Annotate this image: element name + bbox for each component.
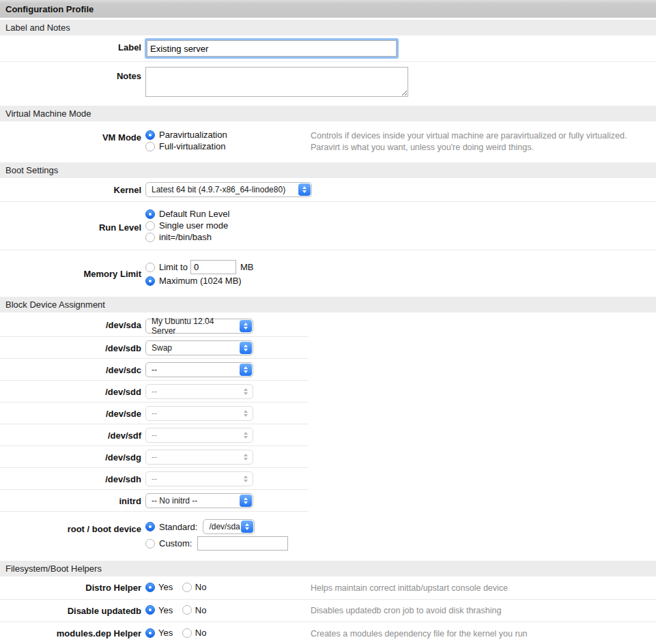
root-device-custom-input[interactable] <box>197 536 288 551</box>
select-stepper-icon <box>240 342 252 354</box>
device-row-sda: /dev/sda My Ubuntu 12.04 Server <box>0 312 309 337</box>
disable-updatedb-yes[interactable]: Yes <box>145 605 173 615</box>
select-stepper-icon <box>240 385 252 398</box>
memory-limit-input[interactable] <box>190 260 236 274</box>
memory-unit-label: MB <box>240 262 254 272</box>
memory-limit-option-limit[interactable]: Limit to MB <box>145 260 253 274</box>
initrd-label: initrd <box>0 496 141 506</box>
device-row-sde: /dev/sde -- <box>0 402 309 424</box>
select-stepper-icon <box>240 495 252 507</box>
device-label-sda: /dev/sda <box>0 320 141 330</box>
select-stepper-icon <box>240 429 252 441</box>
label-input[interactable] <box>147 40 397 57</box>
device-row-sdc: /dev/sdc -- <box>0 359 309 381</box>
radio-single-user-mode-icon[interactable] <box>145 221 155 231</box>
memory-limit-option-maximum[interactable]: Maximum (1024 MB) <box>145 276 253 286</box>
device-select-sdd: -- <box>145 384 253 399</box>
root-device-option-standard[interactable]: Standard: /dev/sda <box>145 519 288 534</box>
section-filesystem-boot-helpers: Filesystem/Boot Helpers <box>0 561 656 576</box>
device-select-sdf: -- <box>145 428 253 443</box>
form-row-label: Label <box>0 35 656 62</box>
device-select-sdh: -- <box>145 471 253 486</box>
device-label-sdg: /dev/sdg <box>0 452 141 463</box>
notes-textarea[interactable] <box>145 67 408 97</box>
radio-yes-icon[interactable] <box>145 628 155 638</box>
modules-dep-yes[interactable]: Yes <box>145 628 173 638</box>
modules-dep-description: Creates a modules dependency file for th… <box>311 629 528 639</box>
run-level-option-default[interactable]: Default Run Level <box>145 209 229 219</box>
distro-helper-no[interactable]: No <box>182 582 207 592</box>
form-row-root-device: root / boot device Standard: /dev/sda Cu… <box>0 512 656 561</box>
device-row-sdd: /dev/sdd -- <box>0 381 309 402</box>
radio-custom-icon[interactable] <box>145 539 155 548</box>
run-level-label: Run Level <box>0 207 141 233</box>
run-level-option-init-bin-bash[interactable]: init=/bin/bash <box>145 232 229 242</box>
select-stepper-icon <box>298 184 311 196</box>
form-row-kernel: Kernel Latest 64 bit (4.9.7-x86_64-linod… <box>0 178 656 202</box>
device-select-sdg: -- <box>145 450 253 465</box>
vm-mode-option-paravirtualization[interactable]: Paravirtualization <box>145 130 227 140</box>
device-row-sdb: /dev/sdb Swap <box>0 337 309 359</box>
helper-row-modules-dep: modules.dep Helper Yes No Creates a modu… <box>0 622 656 644</box>
kernel-select[interactable]: Latest 64 bit (4.9.7-x86_64-linode80) <box>145 182 312 197</box>
radio-yes-icon[interactable] <box>145 605 155 615</box>
radio-limit-to-icon[interactable] <box>145 263 155 272</box>
select-stepper-icon <box>241 521 253 533</box>
device-select-sdb[interactable]: Swap <box>145 340 253 355</box>
form-row-notes: Notes <box>0 62 656 106</box>
helper-row-distro-helper: Distro Helper Yes No Helps maintain corr… <box>0 576 656 600</box>
block-device-table: /dev/sda My Ubuntu 12.04 Server /dev/sdb… <box>0 312 309 512</box>
distro-helper-description: Helps maintain correct inittab/upstart c… <box>311 583 508 593</box>
device-label-sdc: /dev/sdc <box>0 365 141 375</box>
radio-no-icon[interactable] <box>182 628 192 638</box>
initrd-select[interactable]: -- No initrd -- <box>145 493 253 508</box>
radio-init-bin-bash-icon[interactable] <box>145 233 155 242</box>
device-label-sdd: /dev/sdd <box>0 387 141 397</box>
radio-paravirtualization-icon[interactable] <box>145 130 155 140</box>
root-device-select[interactable]: /dev/sda <box>203 519 255 534</box>
section-boot-settings: Boot Settings <box>0 162 656 178</box>
form-row-memory-limit: Memory Limit Limit to MB Maximum (1024 M… <box>0 250 656 297</box>
radio-no-icon[interactable] <box>182 583 192 592</box>
run-level-option-single-user[interactable]: Single user mode <box>145 220 229 231</box>
radio-default-run-level-icon[interactable] <box>145 209 155 219</box>
radio-full-virtualization-icon[interactable] <box>145 142 155 151</box>
select-stepper-icon <box>240 407 252 420</box>
helper-row-disable-updatedb: Disable updatedb Yes No Disables updated… <box>0 600 656 623</box>
device-label-sdf: /dev/sdf <box>0 430 141 441</box>
modules-dep-no[interactable]: No <box>182 628 207 638</box>
device-label-sdb: /dev/sdb <box>0 343 141 353</box>
device-select-sdc[interactable]: -- <box>145 362 253 377</box>
section-block-device-assignment: Block Device Assignment <box>0 297 656 312</box>
vm-mode-option-full-virtualization[interactable]: Full-virtualization <box>145 141 227 151</box>
device-select-sde: -- <box>145 406 253 421</box>
kernel-label: Kernel <box>0 185 141 195</box>
radio-maximum-icon[interactable] <box>145 276 155 286</box>
root-device-option-custom[interactable]: Custom: <box>145 536 288 551</box>
distro-helper-yes[interactable]: Yes <box>145 582 173 592</box>
section-label-and-notes: Label and Notes <box>0 20 656 35</box>
radio-standard-icon[interactable] <box>145 522 155 531</box>
disable-updatedb-no[interactable]: No <box>182 605 207 615</box>
device-row-sdg: /dev/sdg -- <box>0 446 309 468</box>
disable-updatedb-description: Disables updatedb cron job to avoid disk… <box>311 606 501 615</box>
device-label-sde: /dev/sde <box>0 409 141 419</box>
device-select-sda[interactable]: My Ubuntu 12.04 Server <box>145 319 253 334</box>
device-label-sdh: /dev/sdh <box>0 474 141 484</box>
device-row-sdh: /dev/sdh -- <box>0 468 309 490</box>
section-virtual-machine-mode: Virtual Machine Mode <box>0 106 656 121</box>
disable-updatedb-label: Disable updatedb <box>0 606 141 616</box>
select-stepper-icon <box>240 473 252 485</box>
select-stepper-icon <box>240 451 252 463</box>
device-row-initrd: initrd -- No initrd -- <box>0 490 309 512</box>
device-row-sdf: /dev/sdf -- <box>0 424 309 446</box>
radio-no-icon[interactable] <box>182 605 192 615</box>
vm-mode-label: VM Mode <box>0 128 141 143</box>
radio-yes-icon[interactable] <box>145 583 155 592</box>
select-stepper-icon <box>240 364 252 376</box>
form-row-vm-mode: VM Mode Paravirtualization Full-virtuali… <box>0 121 656 162</box>
distro-helper-label: Distro Helper <box>0 583 141 593</box>
modules-dep-label: modules.dep Helper <box>0 628 141 639</box>
root-device-label: root / boot device <box>0 517 141 534</box>
select-stepper-icon <box>240 320 252 332</box>
